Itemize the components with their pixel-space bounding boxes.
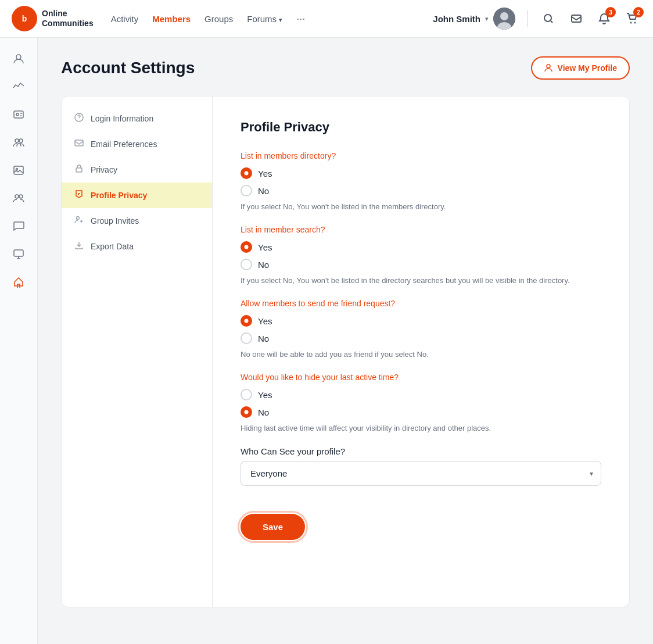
sidebar-icon-image[interactable] xyxy=(7,159,30,182)
who-can-see-select[interactable]: Everyone Members Only Friends Only xyxy=(241,461,601,486)
svg-point-5 xyxy=(544,15,551,22)
svg-point-23 xyxy=(77,217,80,220)
settings-nav-privacy[interactable]: Privacy xyxy=(62,157,212,183)
avatar xyxy=(493,8,515,30)
login-info-icon xyxy=(73,113,85,124)
svg-rect-14 xyxy=(14,166,23,174)
view-profile-label: View My Profile xyxy=(558,63,617,73)
left-sidebar xyxy=(0,38,38,644)
form-group-search: List in member search? Yes No If you sel… xyxy=(241,225,601,285)
radio-directory-no-label: No xyxy=(258,186,269,196)
settings-nav-login-information[interactable]: Login Information xyxy=(62,106,212,131)
radio-search-yes-label: Yes xyxy=(258,242,272,252)
sidebar-icon-friends[interactable] xyxy=(7,187,30,210)
hint-directory: If you select No, You won't be listed in… xyxy=(241,202,601,211)
top-navigation: b Online Communities Activity Members Gr… xyxy=(0,0,653,38)
settings-nav-profile-privacy[interactable]: Profile Privacy xyxy=(62,183,212,208)
svg-point-17 xyxy=(19,195,23,198)
svg-point-9 xyxy=(16,55,21,59)
radio-input-search-no[interactable] xyxy=(241,259,252,270)
search-button[interactable] xyxy=(539,9,558,28)
radio-friend-yes[interactable]: Yes xyxy=(241,315,601,327)
sidebar-icon-chat[interactable] xyxy=(7,214,30,238)
radio-input-active-no[interactable] xyxy=(241,406,252,418)
email-pref-icon xyxy=(73,138,85,150)
radio-input-search-yes[interactable] xyxy=(241,241,252,253)
who-can-see-select-wrapper: Everyone Members Only Friends Only ▾ xyxy=(241,461,601,486)
radio-input-directory-yes[interactable] xyxy=(241,167,252,179)
nav-members[interactable]: Members xyxy=(152,14,191,24)
settings-nav-group-invites[interactable]: Group Invites xyxy=(62,208,212,234)
view-profile-button[interactable]: View My Profile xyxy=(531,56,630,80)
sidebar-icon-activity[interactable] xyxy=(7,75,30,98)
notifications-button[interactable]: 3 xyxy=(595,9,613,28)
hint-friend: No one will be able to add you as friend… xyxy=(241,350,601,359)
svg-text:b: b xyxy=(22,14,27,23)
who-can-see-label: Who Can See your profile? xyxy=(241,446,601,456)
sidebar-icon-profile-card[interactable] xyxy=(7,103,30,126)
radio-input-friend-no[interactable] xyxy=(241,332,252,344)
radio-search-no-label: No xyxy=(258,260,269,270)
form-group-directory: List in members directory? Yes No If you… xyxy=(241,151,601,211)
privacy-icon xyxy=(73,164,85,176)
brand-logo[interactable]: b Online Communities xyxy=(12,6,94,31)
cart-button[interactable]: 2 xyxy=(623,9,641,28)
radio-active-no-label: No xyxy=(258,407,269,417)
sidebar-icon-groups[interactable] xyxy=(7,131,30,154)
avatar-image xyxy=(493,8,515,30)
sidebar-icon-desktop[interactable] xyxy=(7,242,30,266)
radio-friend-yes-label: Yes xyxy=(258,316,272,326)
cart-badge: 2 xyxy=(633,7,644,17)
radio-friend-no[interactable]: No xyxy=(241,332,601,344)
radio-input-directory-no[interactable] xyxy=(241,185,252,196)
sidebar-icon-community[interactable] xyxy=(7,270,30,294)
svg-point-3 xyxy=(500,12,508,20)
svg-rect-6 xyxy=(572,15,581,22)
page-title: Account Settings xyxy=(61,59,195,77)
radio-active-no[interactable]: No xyxy=(241,406,601,418)
radio-active-yes-label: Yes xyxy=(258,390,272,400)
settings-nav-export-data[interactable]: Export Data xyxy=(62,234,212,259)
svg-rect-21 xyxy=(75,140,83,146)
nav-divider xyxy=(527,10,528,27)
profile-privacy-icon xyxy=(73,189,85,201)
profile-privacy-label: Profile Privacy xyxy=(91,191,147,200)
nav-activity[interactable]: Activity xyxy=(111,14,139,24)
radio-input-friend-yes[interactable] xyxy=(241,315,252,327)
form-group-friend-request: Allow members to send me friend request?… xyxy=(241,299,601,359)
svg-rect-22 xyxy=(76,168,82,172)
radio-directory-no[interactable]: No xyxy=(241,185,601,196)
radio-search-yes[interactable]: Yes xyxy=(241,241,601,253)
save-button[interactable]: Save xyxy=(241,514,305,540)
question-search: List in member search? xyxy=(241,225,601,234)
svg-rect-18 xyxy=(14,250,23,256)
sidebar-icon-person[interactable] xyxy=(7,47,30,70)
question-friend-request: Allow members to send me friend request? xyxy=(241,299,601,308)
nav-forums[interactable]: Forums ▾ xyxy=(247,14,282,24)
privacy-label: Privacy xyxy=(91,165,117,174)
radio-directory-yes[interactable]: Yes xyxy=(241,167,601,179)
question-active-time: Would you like to hide your last active … xyxy=(241,373,601,382)
radio-active-yes[interactable]: Yes xyxy=(241,389,601,400)
radio-input-active-yes[interactable] xyxy=(241,389,252,400)
settings-card: Login Information Email Preferences xyxy=(61,96,630,607)
group-invites-label: Group Invites xyxy=(91,216,139,226)
section-title: Profile Privacy xyxy=(241,120,601,135)
question-directory: List in members directory? xyxy=(241,151,601,160)
messages-button[interactable] xyxy=(567,9,586,28)
settings-content-area: Profile Privacy List in members director… xyxy=(213,96,629,607)
main-nav-links: Activity Members Groups Forums ▾ ··· xyxy=(111,13,433,25)
nav-more-dots[interactable]: ··· xyxy=(296,13,305,25)
user-menu[interactable]: John Smith ▾ xyxy=(433,8,515,30)
hint-active-time: Hiding last active time will affect your… xyxy=(241,424,601,432)
svg-point-12 xyxy=(15,139,19,142)
radio-group-active: Yes No xyxy=(241,389,601,418)
svg-point-7 xyxy=(630,22,632,24)
svg-point-11 xyxy=(16,113,19,116)
settings-nav-email-preferences[interactable]: Email Preferences xyxy=(62,131,212,157)
radio-search-no[interactable]: No xyxy=(241,259,601,270)
group-invites-icon xyxy=(73,215,85,227)
nav-groups[interactable]: Groups xyxy=(204,14,233,24)
radio-group-friend: Yes No xyxy=(241,315,601,344)
radio-directory-yes-label: Yes xyxy=(258,169,272,178)
